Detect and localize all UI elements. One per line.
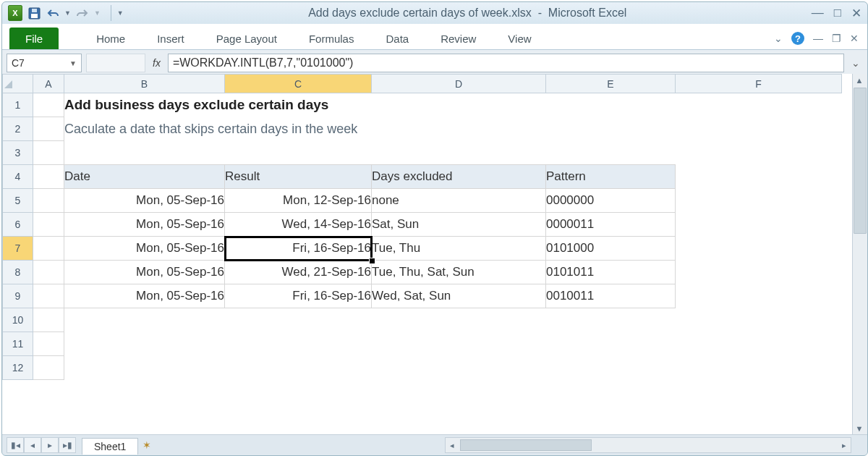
new-sheet-icon[interactable]: ✶ <box>142 439 151 451</box>
sheet-nav-buttons: ▮◂ ◂ ▸ ▸▮ <box>2 437 76 453</box>
col-header-e[interactable]: E <box>546 75 676 93</box>
hdr-result[interactable]: Result <box>225 165 372 189</box>
cell-d6[interactable]: Sat, Sun <box>372 213 546 237</box>
cell-e6[interactable]: 0000011 <box>546 213 676 237</box>
row-header-12[interactable]: 12 <box>3 356 33 380</box>
maximize-icon[interactable]: □ <box>834 6 841 21</box>
spreadsheet-grid[interactable]: A B C D E F 1 Add business days exclude … <box>2 74 842 380</box>
cell-d5[interactable]: none <box>372 189 546 213</box>
doc-minimize-icon[interactable]: — <box>813 33 823 44</box>
cell-e9[interactable]: 0010011 <box>546 284 676 308</box>
title-bar: X ▼ ▼ ▼ Add days exclude certain days of… <box>2 2 867 24</box>
sheet-nav-prev-icon[interactable]: ◂ <box>24 437 41 453</box>
sheet-nav-last-icon[interactable]: ▸▮ <box>59 437 76 453</box>
row-header-2[interactable]: 2 <box>3 117 33 141</box>
row-header-3[interactable]: 3 <box>3 141 33 165</box>
row-header-11[interactable]: 11 <box>3 332 33 356</box>
cell-b9[interactable]: Mon, 05-Sep-16 <box>64 284 225 308</box>
help-icon[interactable]: ? <box>791 32 804 45</box>
cell-c5[interactable]: Mon, 12-Sep-16 <box>225 189 372 213</box>
cell-b6[interactable]: Mon, 05-Sep-16 <box>64 213 225 237</box>
hdr-excluded[interactable]: Days excluded <box>372 165 546 189</box>
tab-home[interactable]: Home <box>80 28 141 49</box>
row-header-4[interactable]: 4 <box>3 165 33 189</box>
col-header-a[interactable]: A <box>33 75 64 93</box>
tab-formulas[interactable]: Formulas <box>293 28 370 49</box>
col-header-c[interactable]: C <box>225 75 372 93</box>
formula-input[interactable]: =WORKDAY.INTL(B7,7,"0101000") <box>168 54 844 72</box>
sheet-title: Add business days exclude certain days <box>64 97 328 112</box>
scroll-up-icon[interactable]: ▲ <box>853 74 866 87</box>
vertical-scrollbar[interactable]: ▲ ▼ <box>852 74 867 435</box>
sheet-subtitle: Caculate a date that skips certain days … <box>64 122 357 136</box>
col-header-f[interactable]: F <box>676 75 842 93</box>
svg-rect-1 <box>31 14 38 18</box>
row-header-1[interactable]: 1 <box>3 93 33 117</box>
cell-c6[interactable]: Wed, 14-Sep-16 <box>225 213 372 237</box>
window-controls: — □ ✕ <box>812 6 861 21</box>
doc-restore-icon[interactable]: ❐ <box>832 33 841 44</box>
save-icon[interactable] <box>27 6 41 20</box>
undo-dropdown-icon[interactable]: ▼ <box>64 9 71 17</box>
cell-c9[interactable]: Fri, 16-Sep-16 <box>225 284 372 308</box>
cell-e5[interactable]: 0000000 <box>546 189 676 213</box>
formula-bar: C7▼ fx =WORKDAY.INTL(B7,7,"0101000") ⌄ <box>2 50 867 77</box>
redo-dropdown-icon[interactable]: ▼ <box>94 9 101 17</box>
hdr-pattern[interactable]: Pattern <box>546 165 676 189</box>
fx-icon[interactable]: fx <box>150 57 163 69</box>
close-icon[interactable]: ✕ <box>851 6 861 21</box>
col-header-d[interactable]: D <box>372 75 546 93</box>
row-header-7[interactable]: 7 <box>3 237 33 261</box>
vscroll-thumb[interactable] <box>854 88 867 234</box>
hdr-date[interactable]: Date <box>64 165 225 189</box>
cell-b7[interactable]: Mon, 05-Sep-16 <box>64 237 225 261</box>
row-header-10[interactable]: 10 <box>3 308 33 332</box>
sheet-tab-bar: ▮◂ ◂ ▸ ▸▮ Sheet1 ✶ ◂ ▸ <box>2 434 867 455</box>
cell-b8[interactable]: Mon, 05-Sep-16 <box>64 261 225 284</box>
cell-d9[interactable]: Wed, Sat, Sun <box>372 284 546 308</box>
worksheet-area: A B C D E F 1 Add business days exclude … <box>2 74 867 435</box>
sheet-nav-first-icon[interactable]: ▮◂ <box>7 437 24 453</box>
redo-icon[interactable] <box>75 6 90 20</box>
file-tab[interactable]: File <box>9 28 59 49</box>
cell-e8[interactable]: 0101011 <box>546 261 676 284</box>
horizontal-scrollbar[interactable]: ◂ ▸ <box>445 437 851 453</box>
scroll-down-icon[interactable]: ▼ <box>853 422 866 435</box>
undo-icon[interactable] <box>46 6 60 20</box>
formula-bar-expand-icon[interactable]: ⌄ <box>848 57 863 69</box>
minimize-icon[interactable]: — <box>812 6 824 21</box>
sheet-tab-sheet1[interactable]: Sheet1 <box>82 438 138 455</box>
window-title: Add days exclude certain days of week.xl… <box>124 7 812 20</box>
doc-close-icon[interactable]: ✕ <box>850 33 859 44</box>
cell-d8[interactable]: Tue, Thu, Sat, Sun <box>372 261 546 284</box>
hscroll-thumb[interactable] <box>460 439 592 451</box>
ribbon-tabs: File Home Insert Page Layout Formulas Da… <box>2 24 867 50</box>
row-header-6[interactable]: 6 <box>3 213 33 237</box>
row-header-8[interactable]: 8 <box>3 261 33 284</box>
name-box[interactable]: C7▼ <box>7 54 82 72</box>
qat-customize-icon[interactable]: ▼ <box>117 9 124 17</box>
tab-page-layout[interactable]: Page Layout <box>200 28 293 49</box>
name-box-dropdown-icon[interactable]: ▼ <box>69 59 77 67</box>
tab-review[interactable]: Review <box>425 28 492 49</box>
cell-e7[interactable]: 0101000 <box>546 237 676 261</box>
row-header-5[interactable]: 5 <box>3 189 33 213</box>
tab-view[interactable]: View <box>492 28 547 49</box>
cell-b5[interactable]: Mon, 05-Sep-16 <box>64 189 225 213</box>
scroll-left-icon[interactable]: ◂ <box>446 439 459 452</box>
cell-c8[interactable]: Wed, 21-Sep-16 <box>225 261 372 284</box>
svg-rect-2 <box>32 9 37 12</box>
scroll-right-icon[interactable]: ▸ <box>838 439 851 452</box>
excel-icon[interactable]: X <box>8 6 22 20</box>
row-header-9[interactable]: 9 <box>3 284 33 308</box>
tab-data[interactable]: Data <box>370 28 425 49</box>
select-all-corner[interactable] <box>3 75 33 93</box>
tab-insert[interactable]: Insert <box>141 28 200 49</box>
sheet-nav-next-icon[interactable]: ▸ <box>41 437 59 453</box>
app-window: X ▼ ▼ ▼ Add days exclude certain days of… <box>1 1 868 456</box>
cell-d7[interactable]: Tue, Thu <box>372 237 546 261</box>
quick-access-toolbar: X ▼ ▼ ▼ <box>8 5 124 21</box>
ribbon-minimize-icon[interactable]: ⌄ <box>774 33 783 44</box>
col-header-b[interactable]: B <box>64 75 225 93</box>
cell-c7-active[interactable]: Fri, 16-Sep-16 <box>225 237 372 261</box>
